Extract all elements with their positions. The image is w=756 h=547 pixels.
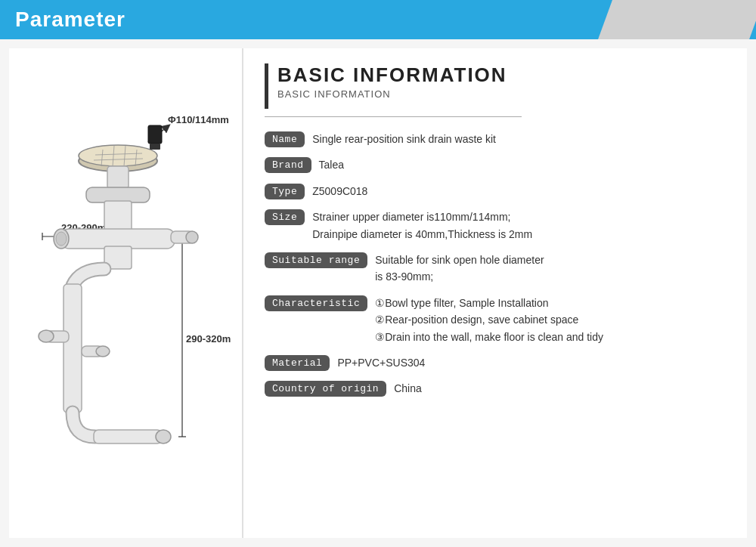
info-panel: BASIC INFORMATION BASIC INFORMATION Name… bbox=[243, 48, 747, 538]
basic-info-sub-title: BASIC INFORMATION bbox=[277, 88, 507, 100]
info-value-6: PP+PVC+SUS304 bbox=[337, 354, 425, 371]
info-row: SizeStrainer upper diameter is110mm/114m… bbox=[265, 209, 726, 243]
svg-point-30 bbox=[96, 346, 110, 357]
info-label-size: Size bbox=[265, 209, 305, 225]
info-row: Characteristic①Bowl type filter, Sample … bbox=[265, 295, 726, 345]
header-divider bbox=[265, 116, 522, 117]
info-label-suitable-range: Suitable range bbox=[265, 252, 367, 268]
info-label-material: Material bbox=[265, 355, 330, 371]
svg-rect-26 bbox=[64, 284, 82, 413]
svg-rect-31 bbox=[94, 430, 162, 443]
main-content: Φ110/114mm 220-290mm 290-320mm bbox=[0, 39, 756, 547]
info-row: Brand Talea bbox=[265, 156, 726, 173]
svg-point-32 bbox=[156, 430, 171, 443]
header-accent-bar bbox=[265, 63, 268, 109]
info-label-type: Type bbox=[265, 184, 305, 199]
basic-info-header: BASIC INFORMATION BASIC INFORMATION bbox=[265, 63, 726, 109]
svg-rect-20 bbox=[61, 229, 175, 249]
info-label-brand: Brand bbox=[265, 157, 311, 173]
svg-rect-15 bbox=[148, 125, 162, 144]
info-value-2: Z5009C018 bbox=[312, 183, 367, 199]
info-value-4: Suitable for sink open hole diameteris 8… bbox=[375, 252, 544, 286]
dim-top: Φ110/114mm bbox=[168, 114, 229, 125]
svg-point-28 bbox=[39, 330, 54, 342]
svg-rect-18 bbox=[86, 187, 150, 202]
header-bar: Parameter bbox=[0, 0, 756, 39]
info-row: MaterialPP+PVC+SUS304 bbox=[265, 354, 726, 371]
info-value-3: Strainer upper diameter is110mm/114mm;Dr… bbox=[312, 209, 532, 243]
info-row: NameSingle rear-position sink drain wast… bbox=[265, 131, 726, 147]
info-label-characteristic: Characteristic bbox=[265, 295, 367, 311]
product-illustration: Φ110/114mm 220-290mm 290-320mm bbox=[20, 74, 231, 512]
info-value-0: Single rear-position sink drain waste ki… bbox=[312, 131, 496, 147]
info-value-1: Talea bbox=[319, 156, 344, 173]
svg-point-24 bbox=[186, 231, 198, 243]
info-label-country-of-origin: Country of origin bbox=[265, 381, 386, 397]
svg-rect-16 bbox=[150, 144, 160, 150]
info-value-7: China bbox=[394, 380, 422, 397]
info-row: TypeZ5009C018 bbox=[265, 183, 726, 199]
svg-rect-17 bbox=[107, 166, 129, 189]
svg-point-8 bbox=[79, 145, 157, 166]
info-rows-container: NameSingle rear-position sink drain wast… bbox=[265, 131, 726, 397]
info-row: Suitable rangeSuitable for sink open hol… bbox=[265, 252, 726, 286]
info-row: Country of originChina bbox=[265, 380, 726, 397]
header-titles: BASIC INFORMATION BASIC INFORMATION bbox=[277, 63, 507, 100]
info-label-name: Name bbox=[265, 131, 305, 147]
dim-height: 290-320mm bbox=[186, 333, 231, 345]
page-title: Parameter bbox=[15, 8, 125, 32]
info-value-5: ①Bowl type filter, Sample Installation②R… bbox=[375, 295, 603, 345]
svg-point-22 bbox=[56, 232, 67, 246]
basic-info-main-title: BASIC INFORMATION bbox=[277, 63, 507, 87]
product-image-panel: Φ110/114mm 220-290mm 290-320mm bbox=[9, 48, 243, 538]
